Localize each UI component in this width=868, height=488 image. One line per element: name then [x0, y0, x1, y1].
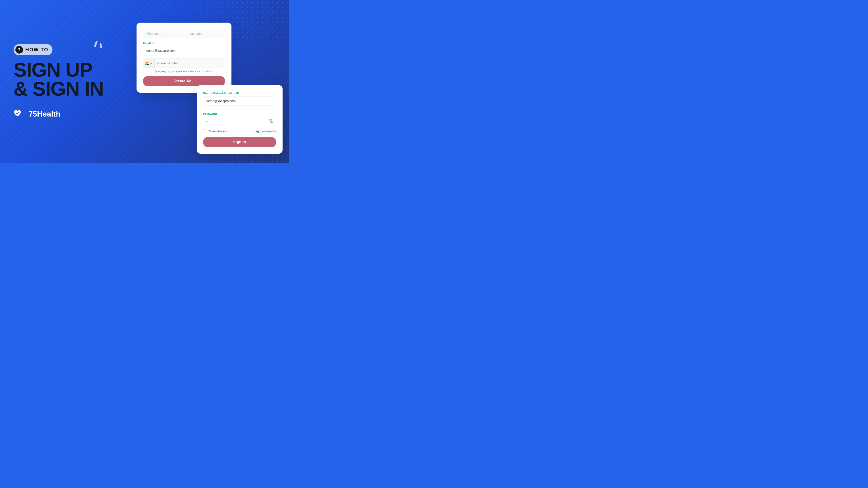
- doctor-email-group: Doctor/Patient Email or ID: [203, 92, 276, 109]
- india-flag-icon: 🇮🇳: [145, 61, 149, 65]
- right-panel: Email Id document.querySelector('[data-n…: [132, 0, 283, 163]
- heading-line2: & SIGN IN: [13, 79, 146, 98]
- password-label: Password: [203, 112, 276, 116]
- question-icon: ?: [16, 46, 23, 54]
- logo: 75Health: [13, 109, 146, 119]
- email-group: Email Id: [143, 41, 225, 55]
- flag-selector[interactable]: 🇮🇳 ▼: [143, 59, 155, 68]
- create-account-button[interactable]: Create Ac...: [143, 76, 225, 86]
- password-input[interactable]: [203, 117, 276, 126]
- signup-email-input[interactable]: [143, 46, 225, 55]
- heading-line1: SIGN UP: [13, 60, 146, 79]
- how-to-badge: ? HOW TO: [13, 44, 53, 55]
- signin-card: Doctor/Patient Email or ID document.quer…: [197, 85, 283, 154]
- password-group: [203, 117, 276, 126]
- remember-me-label: Remember me: [208, 129, 227, 133]
- forgot-password-link[interactable]: Forgot password?: [253, 129, 276, 133]
- remember-left: Remember me: [203, 129, 227, 133]
- phone-input[interactable]: [155, 59, 225, 67]
- terms-link[interactable]: Terms and Conditions: [190, 70, 214, 73]
- dropdown-arrow-icon: ▼: [150, 62, 153, 64]
- first-name-input[interactable]: [143, 29, 183, 38]
- doctor-email-label: Doctor/Patient Email or ID: [203, 92, 276, 95]
- last-name-input[interactable]: [185, 29, 225, 38]
- signup-card: Email Id document.querySelector('[data-n…: [136, 23, 231, 93]
- signin-button[interactable]: Sign In: [203, 137, 276, 147]
- remember-me-checkbox[interactable]: [203, 129, 206, 133]
- how-to-label: HOW TO: [25, 47, 49, 53]
- main-heading: SIGN UP & SIGN IN: [13, 60, 146, 98]
- remember-row: Remember me Forgot password?: [203, 129, 276, 133]
- name-row: [143, 29, 225, 38]
- eye-slash-icon[interactable]: [269, 119, 274, 125]
- logo-text: 75Health: [29, 109, 61, 119]
- email-label: Email Id: [143, 41, 225, 45]
- phone-row: 🇮🇳 ▼: [143, 59, 225, 68]
- heart-icon: [13, 109, 22, 119]
- signin-email-input[interactable]: [203, 96, 276, 106]
- logo-divider: [25, 110, 25, 118]
- terms-text: By signing up, you agree to our Terms an…: [143, 70, 225, 73]
